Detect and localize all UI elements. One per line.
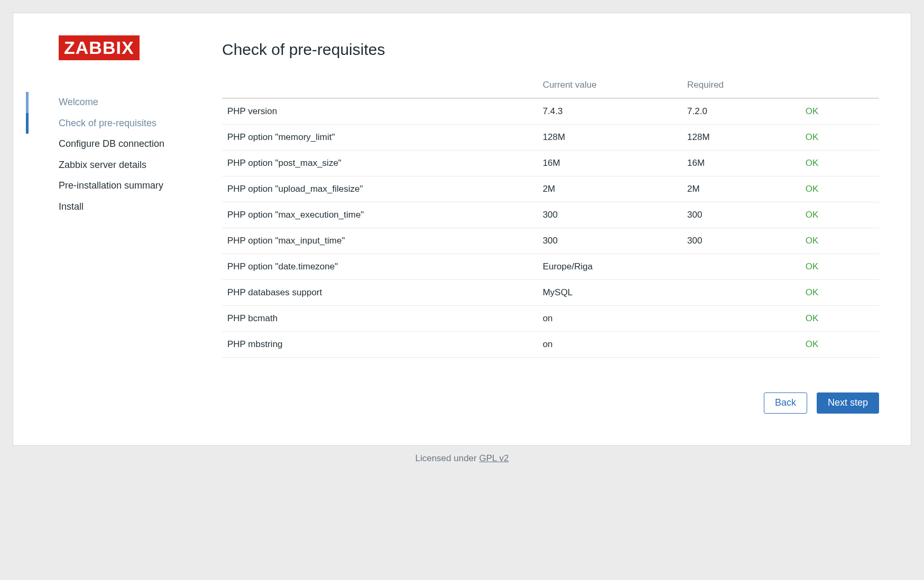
requisite-current: 300 (538, 202, 682, 228)
requisite-required (682, 332, 800, 358)
requisite-current: 128M (538, 125, 682, 151)
steps-list: WelcomeCheck of pre-requisitesConfigure … (59, 92, 206, 218)
table-row: PHP version7.4.37.2.0OK (222, 98, 879, 125)
requisite-status: OK (800, 332, 879, 358)
requisites-table-scroll[interactable]: Current value Required PHP version7.4.37… (222, 74, 879, 362)
table-row: PHP option "memory_limit"128M128MOK (222, 125, 879, 151)
license-link[interactable]: GPL v2 (479, 453, 509, 463)
col-header-required: Required (682, 74, 800, 98)
requisite-name: PHP option "max_input_time" (222, 228, 538, 254)
requisite-status: OK (800, 280, 879, 306)
requisite-status: OK (800, 254, 879, 280)
table-row: PHP option "max_execution_time"300300OK (222, 202, 879, 228)
license-text: Licensed under GPL v2 (13, 446, 911, 464)
requisite-current: 7.4.3 (538, 98, 682, 125)
step-item[interactable]: Welcome (59, 92, 206, 113)
requisite-required: 16M (682, 151, 800, 176)
requisite-name: PHP bcmath (222, 306, 538, 332)
requisite-name: PHP option "date.timezone" (222, 254, 538, 280)
requisite-name: PHP option "post_max_size" (222, 151, 538, 176)
requisite-required: 128M (682, 125, 800, 151)
table-row: PHP option "post_max_size"16M16MOK (222, 151, 879, 176)
requisite-required: 300 (682, 202, 800, 228)
col-header-current: Current value (538, 74, 682, 98)
col-header-name (222, 74, 538, 98)
license-prefix: Licensed under (415, 453, 479, 463)
requisite-status: OK (800, 306, 879, 332)
requisite-status: OK (800, 98, 879, 125)
requisite-required: 2M (682, 176, 800, 202)
requisite-current: Europe/Riga (538, 254, 682, 280)
step-item[interactable]: Check of pre-requisites (59, 113, 206, 134)
requisite-name: PHP version (222, 98, 538, 125)
requisite-status: OK (800, 228, 879, 254)
zabbix-logo: ZABBIX (59, 35, 140, 60)
table-row: PHP option "date.timezone"Europe/RigaOK (222, 254, 879, 280)
main: Check of pre-requisites Current value Re… (206, 35, 879, 414)
setup-card: ZABBIX WelcomeCheck of pre-requisitesCon… (13, 13, 911, 446)
step-item[interactable]: Zabbix server details (59, 155, 206, 176)
requisite-current: 2M (538, 176, 682, 202)
requisite-name: PHP option "upload_max_filesize" (222, 176, 538, 202)
requisite-required (682, 254, 800, 280)
table-row: PHP option "upload_max_filesize"2M2MOK (222, 176, 879, 202)
step-item[interactable]: Configure DB connection (59, 134, 206, 155)
requisite-current: MySQL (538, 280, 682, 306)
requisite-name: PHP option "memory_limit" (222, 125, 538, 151)
requisite-name: PHP option "max_execution_time" (222, 202, 538, 228)
requisite-name: PHP databases support (222, 280, 538, 306)
requisite-name: PHP mbstring (222, 332, 538, 358)
table-row: PHP bcmathonOK (222, 306, 879, 332)
requisite-required: 7.2.0 (682, 98, 800, 125)
step-item[interactable]: Install (59, 197, 206, 218)
requisite-status: OK (800, 202, 879, 228)
table-row: PHP databases supportMySQLOK (222, 280, 879, 306)
requisite-current: 300 (538, 228, 682, 254)
requisite-required: 300 (682, 228, 800, 254)
requisite-required (682, 306, 800, 332)
requisite-status: OK (800, 125, 879, 151)
page-title: Check of pre-requisites (222, 41, 879, 59)
footer-buttons: Back Next step (222, 369, 879, 414)
requisite-current: 16M (538, 151, 682, 176)
requisite-current: on (538, 332, 682, 358)
requisite-status: OK (800, 176, 879, 202)
requisite-status: OK (800, 151, 879, 176)
table-row: PHP option "max_input_time"300300OK (222, 228, 879, 254)
step-item[interactable]: Pre-installation summary (59, 175, 206, 197)
requisites-table-wrap: Current value Required PHP version7.4.37… (222, 74, 879, 362)
requisite-current: on (538, 306, 682, 332)
col-header-status (800, 74, 879, 98)
requisites-table: Current value Required PHP version7.4.37… (222, 74, 879, 358)
table-row: PHP mbstringonOK (222, 332, 879, 358)
back-button[interactable]: Back (764, 392, 807, 414)
sidebar: ZABBIX WelcomeCheck of pre-requisitesCon… (29, 35, 206, 414)
requisite-required (682, 280, 800, 306)
next-step-button[interactable]: Next step (817, 392, 879, 414)
